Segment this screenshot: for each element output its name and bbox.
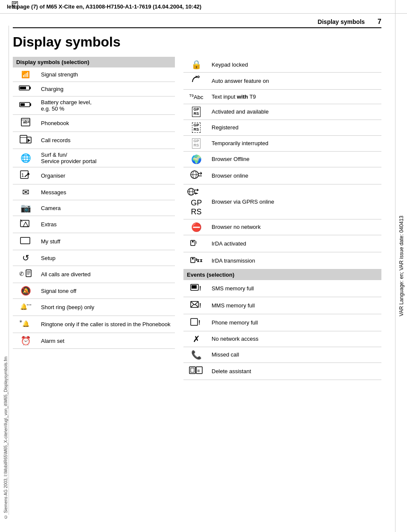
icon-cell: 📞 xyxy=(183,347,209,362)
table-row: 🔔 ✳ Ringtone only if the caller is store… xyxy=(13,316,175,333)
irda-act-icon xyxy=(190,240,203,249)
svg-text:!: ! xyxy=(199,285,201,292)
desc-cell: Charging xyxy=(38,82,175,96)
svg-marker-14 xyxy=(28,139,30,142)
battery-icon xyxy=(19,101,32,110)
icon-cell xyxy=(13,216,38,233)
table-row: ≡ Delete assistant xyxy=(183,362,381,380)
doc-title: Display symbols xyxy=(13,34,381,50)
svg-text:ab+: ab+ xyxy=(23,120,30,124)
svg-rect-23 xyxy=(20,237,30,244)
table-row: GPRS Registered xyxy=(183,120,381,135)
desc-cell: Ringtone only if the caller is stored in… xyxy=(38,316,175,333)
browser-offline-icon: 🌍 xyxy=(191,155,202,164)
icon-cell: 🔒 xyxy=(183,57,209,73)
icon-cell: → xyxy=(13,82,38,96)
svg-marker-47 xyxy=(197,189,199,191)
alarm-icon: ⏰ xyxy=(20,336,31,345)
svg-rect-7 xyxy=(20,103,25,106)
table-row: 🔕 Signal tone off xyxy=(13,283,175,299)
footer-filepath: © Siemens AG 2003, I:\MobilR65\M65_X-cit… xyxy=(3,357,8,519)
desc-cell: All calls are diverted xyxy=(38,266,175,283)
desc-cell: Missed call xyxy=(209,347,381,362)
icon-cell xyxy=(183,167,209,184)
desc-cell: My stuff xyxy=(38,233,175,250)
autoanswer-icon xyxy=(190,78,203,86)
icon-cell xyxy=(183,73,209,90)
icon-cell: ✆ xyxy=(13,266,38,283)
svg-text:≡: ≡ xyxy=(197,368,200,373)
desc-cell: Battery charge level,e.g. 50 % xyxy=(38,96,175,115)
keypad-icon: 🔒 xyxy=(191,60,202,69)
desc-cell: Registered xyxy=(209,120,381,135)
table-row: GPRS Activated and available xyxy=(183,104,381,120)
icon-cell: ! xyxy=(183,280,209,297)
surf-icon: 🌐 xyxy=(20,153,31,163)
sigtoneoff-icon: 🔕 xyxy=(20,286,31,295)
icon-cell: ! xyxy=(183,297,209,314)
mms-full-icon: ! xyxy=(190,302,203,311)
delete-assist-icon: ≡ xyxy=(189,368,204,377)
svg-text:✆: ✆ xyxy=(19,271,24,277)
icon-cell: 🔔 ✳ xyxy=(13,316,38,333)
table-row: ! Phone memory full xyxy=(183,314,381,331)
table-row: 🔒 Keypad locked xyxy=(183,57,381,73)
sidebar-var-text: VAR Language: en; VAR issue date: 040413 xyxy=(398,216,404,316)
sms-full-icon: ! xyxy=(190,285,203,294)
top-bar-text: left page (7) of M65 X-Cite en, A31008-H… xyxy=(7,3,201,10)
table-row: ⏰ Alarm set xyxy=(13,333,175,349)
t9abc-icon: T9Abc xyxy=(189,94,204,100)
desc-cell: Signal tone off xyxy=(38,283,175,299)
svg-text:!: ! xyxy=(199,302,201,309)
messages-icon: ✉ xyxy=(22,187,29,197)
desc-cell: Auto answer feature on xyxy=(209,73,381,90)
svg-rect-1 xyxy=(29,87,31,89)
svg-rect-6 xyxy=(30,103,31,106)
desc-cell: Temporarily interrupted xyxy=(209,135,381,151)
desc-cell: Call records xyxy=(38,132,175,149)
shortring-icon: 🔔 xyxy=(19,304,32,313)
table-row: IrDA activated xyxy=(183,235,381,252)
extras-icon xyxy=(20,221,32,230)
desc-cell: Delete assistant xyxy=(209,362,381,380)
columns-container: Display symbols (selection) 📶 Signal str… xyxy=(13,57,381,380)
icon-cell: ≡ xyxy=(183,362,209,380)
desc-cell: Surf & fun/Service provider portal xyxy=(38,149,175,167)
table-row: ! MMS memory full xyxy=(183,297,381,314)
events-section-header: Events (selection) xyxy=(183,269,381,280)
desc-cell: Browser no network xyxy=(209,219,381,235)
left-symbol-table: 📶 Signal strength xyxy=(13,67,175,349)
mystuff-icon xyxy=(20,238,32,247)
main-content: Display symbols 7 Display symbols Displa… xyxy=(0,14,394,389)
table-row: ⛔ Browser no network xyxy=(183,219,381,235)
page-header: Display symbols 7 xyxy=(13,18,381,28)
icon-cell: T9Abc xyxy=(183,90,209,104)
callrecords-icon xyxy=(19,137,32,146)
desc-cell: Browser via GPRS online xyxy=(209,184,381,219)
desc-cell: Messages xyxy=(38,184,175,200)
diverted-icon: ✆ xyxy=(19,271,32,280)
desc-cell: No network access xyxy=(209,331,381,347)
table-row: Auto answer feature on xyxy=(183,73,381,90)
desc-cell: SMS memory full xyxy=(209,280,381,297)
icon-cell: 1 xyxy=(13,167,38,184)
svg-text:🔔: 🔔 xyxy=(20,303,28,310)
icon-cell: ab+ xyxy=(13,115,38,132)
svg-text:!: ! xyxy=(198,319,201,326)
icon-cell: 🌍 xyxy=(183,151,209,167)
charging-icon: → xyxy=(19,85,32,93)
table-row: Call records xyxy=(13,132,175,149)
left-section-header: Display symbols (selection) xyxy=(13,57,175,67)
desc-cell: Browser online xyxy=(209,167,381,184)
page-header-title: Display symbols xyxy=(318,18,365,25)
icon-cell: GPRS GP RS xyxy=(183,184,209,219)
table-row: 📷 Camera xyxy=(13,200,175,216)
svg-line-65 xyxy=(195,304,198,307)
icon-cell: 🔔 xyxy=(13,299,38,316)
svg-point-34 xyxy=(198,76,199,78)
no-network-icon: ✗ xyxy=(193,334,200,344)
table-row: 📶 Signal strength xyxy=(13,67,175,82)
desc-cell: Activated and available xyxy=(209,104,381,120)
desc-cell: IrDA activated xyxy=(209,235,381,252)
gprs-inter-icon: GPRS xyxy=(192,140,200,148)
